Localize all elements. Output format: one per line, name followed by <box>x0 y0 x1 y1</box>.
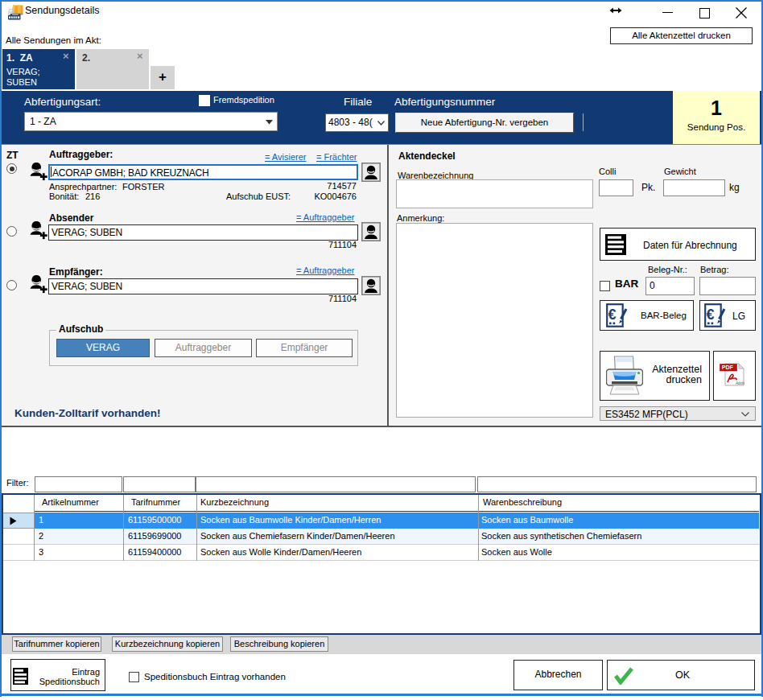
svg-text:€: € <box>608 307 617 323</box>
svg-text:€: € <box>707 307 715 323</box>
svg-text:Adobe: Adobe <box>735 381 744 385</box>
svg-text:PDF: PDF <box>722 364 734 370</box>
